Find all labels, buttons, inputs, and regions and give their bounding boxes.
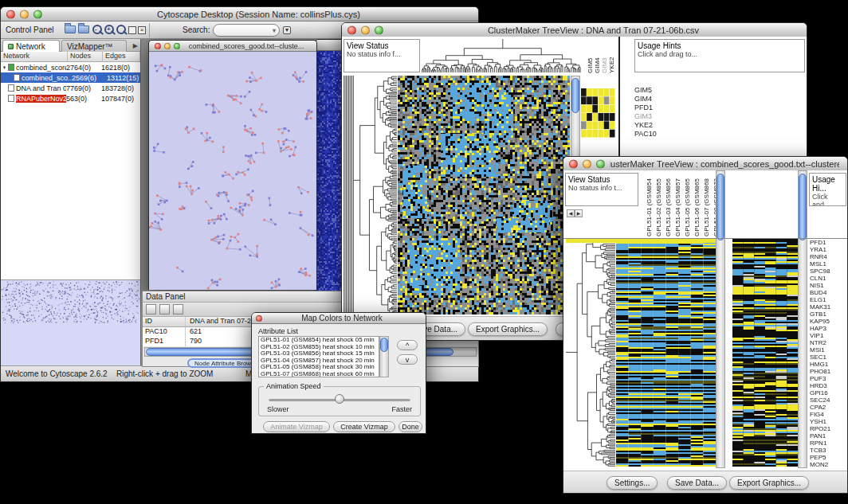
scroll-right-icon[interactable]: ▶ (575, 209, 583, 217)
network-list-row[interactable]: ▼combined_scores2764(0)16218(0) (1, 62, 140, 72)
gene-label[interactable]: HMG1 (810, 361, 847, 368)
zoom-in-icon[interactable]: + (104, 24, 116, 36)
search-options-icon[interactable]: ▾ (283, 26, 291, 34)
gene-label[interactable]: ELG1 (810, 296, 847, 303)
gene-label[interactable]: YSH1 (810, 418, 847, 425)
gene-label[interactable]: GIM4 (634, 95, 685, 104)
gene-label[interactable]: SPC98 (810, 268, 847, 275)
row-dendrogram-canvas[interactable] (354, 76, 397, 315)
gene-label[interactable]: GPI16 (810, 389, 847, 397)
save-data-button[interactable]: Save Data... (667, 476, 727, 490)
settings-button[interactable]: Settings... (607, 476, 658, 490)
attribute-option[interactable]: GPL51-07 (GSM868) heat shock 60 min (259, 371, 379, 378)
move-down-button[interactable]: v (397, 354, 418, 365)
zoom-heatmap-canvas[interactable] (581, 88, 615, 138)
titlebar[interactable]: combined_scores_good.txt--cluste... (149, 41, 316, 52)
col-nodes[interactable]: Nodes (68, 52, 103, 61)
heatmap-canvas-secondary[interactable] (732, 239, 798, 467)
col-network[interactable]: Network (1, 52, 68, 61)
gene-label[interactable]: YKE2 (634, 121, 685, 130)
zoom-out-icon[interactable]: - (92, 24, 104, 36)
gene-label[interactable]: PAC10 (634, 130, 685, 139)
zoom-button[interactable] (174, 43, 180, 49)
open-file-icon[interactable] (65, 25, 76, 33)
zoom-button[interactable] (596, 159, 605, 168)
attribute-option[interactable]: GPL51-02 (GSM855) heat shock 10 min (259, 344, 379, 351)
search-input[interactable]: ▾ (213, 24, 280, 37)
gene-label[interactable]: NIS1 (810, 282, 847, 289)
gene-label[interactable]: GTB1 (810, 311, 847, 318)
gene-label[interactable]: MSL1 (810, 260, 847, 268)
export-graphics-button[interactable]: Export Graphics... (729, 476, 809, 490)
vertical-scrollbar[interactable] (379, 336, 389, 377)
titlebar[interactable]: Cytoscape Desktop (Session Name: collins… (1, 7, 478, 21)
minimize-button[interactable] (164, 43, 171, 49)
row-dendrogram-canvas[interactable] (566, 239, 615, 467)
gene-label[interactable]: KAP95 (810, 318, 847, 325)
export-graphics-button[interactable]: Export Graphics... (468, 322, 548, 336)
titlebar[interactable]: ClusterMaker TreeView : DNA and Tran 07-… (342, 23, 807, 37)
gene-label[interactable]: TCB3 (810, 447, 847, 454)
gene-label[interactable]: PUF3 (810, 375, 847, 382)
move-up-button[interactable]: ^ (397, 340, 418, 350)
gene-label[interactable]: PAN1 (810, 432, 847, 440)
gene-label[interactable]: SEC1 (810, 354, 847, 361)
gene-label[interactable]: PFD1 (810, 239, 847, 246)
select-attributes-icon[interactable] (146, 304, 156, 315)
gene-label[interactable]: FIG4 (810, 411, 847, 418)
attribute-option[interactable]: GPL51-03 (GSM856) heat shock 15 min (259, 350, 379, 357)
gene-label[interactable]: HRD3 (810, 382, 847, 389)
zoom-button[interactable] (375, 25, 383, 34)
tab-overflow-icon[interactable]: ▶ (133, 42, 138, 49)
gene-label[interactable]: GIM5 (634, 86, 685, 95)
gene-label[interactable]: MAK31 (810, 303, 847, 311)
gene-label[interactable]: VIP1 (810, 332, 847, 339)
scrollbar-thumb[interactable] (380, 338, 388, 352)
animate-vizmap-button[interactable]: Animate Vizmap (263, 421, 330, 432)
float-panel-icon[interactable] (128, 26, 136, 34)
delete-attribute-icon[interactable] (173, 304, 183, 315)
col-id[interactable]: ID (143, 317, 186, 326)
vertical-scrollbar[interactable] (716, 170, 725, 468)
titlebar[interactable]: Map Colors to Network (252, 313, 426, 324)
vertical-scrollbar[interactable] (798, 170, 807, 468)
gene-label[interactable]: PEP5 (810, 454, 847, 461)
create-attribute-icon[interactable] (159, 304, 170, 315)
gene-label[interactable]: BUD4 (810, 289, 847, 296)
scrollbar-thumb[interactable] (571, 78, 579, 113)
gene-label[interactable]: NTR2 (810, 339, 847, 346)
speed-slider-thumb[interactable] (335, 394, 344, 404)
chevron-down-icon[interactable]: ▾ (273, 27, 276, 34)
gene-label[interactable]: CPA2 (810, 404, 847, 411)
attribute-option[interactable]: GPL51-04 (GSM857) heat shock 20 min (259, 357, 379, 365)
column-dendrogram-canvas[interactable] (422, 39, 581, 72)
overview-thumbnail-canvas[interactable] (1, 281, 139, 365)
tree-expander-icon[interactable]: ▼ (1, 65, 8, 70)
tab-network[interactable]: Network (2, 40, 60, 52)
gene-label[interactable]: MSI1 (810, 346, 847, 354)
gene-label[interactable]: YRA1 (810, 246, 847, 253)
gene-label[interactable]: HAP3 (810, 325, 847, 332)
scrollbar-thumb[interactable] (799, 174, 807, 240)
attribute-option[interactable]: GPL51-01 (GSM854) heat shock 05 min (259, 337, 379, 344)
zoom-fit-icon[interactable] (116, 24, 128, 36)
create-vizmap-button[interactable]: Create Vizmap (333, 421, 395, 432)
attribute-option[interactable]: GPL51-05 (GSM858) heat shock 30 min (259, 364, 379, 371)
scroll-left-icon[interactable]: ◀ (567, 209, 575, 217)
gene-label[interactable]: PFD1 (634, 104, 685, 112)
close-button[interactable] (347, 25, 356, 34)
gene-label[interactable]: SEC24 (810, 397, 847, 404)
tab-vizmapper[interactable]: VizMapper™ (61, 40, 127, 52)
minimize-button[interactable] (20, 10, 29, 18)
col-edges[interactable]: Edges (103, 52, 140, 61)
import-icon[interactable] (78, 25, 89, 33)
close-button[interactable] (256, 315, 262, 322)
network-list-row[interactable]: RNAPuberNov2...563(0)107847(0) (1, 93, 140, 104)
gene-label[interactable]: RPN1 (810, 440, 847, 447)
gene-label[interactable]: GIM3 (634, 112, 685, 121)
heatmap-canvas[interactable] (398, 76, 570, 315)
scrollbar-thumb[interactable] (716, 174, 724, 240)
close-panel-icon[interactable]: × (138, 26, 146, 34)
gene-label[interactable]: MON2 (810, 461, 847, 468)
gene-label[interactable]: CLN1 (810, 275, 847, 282)
